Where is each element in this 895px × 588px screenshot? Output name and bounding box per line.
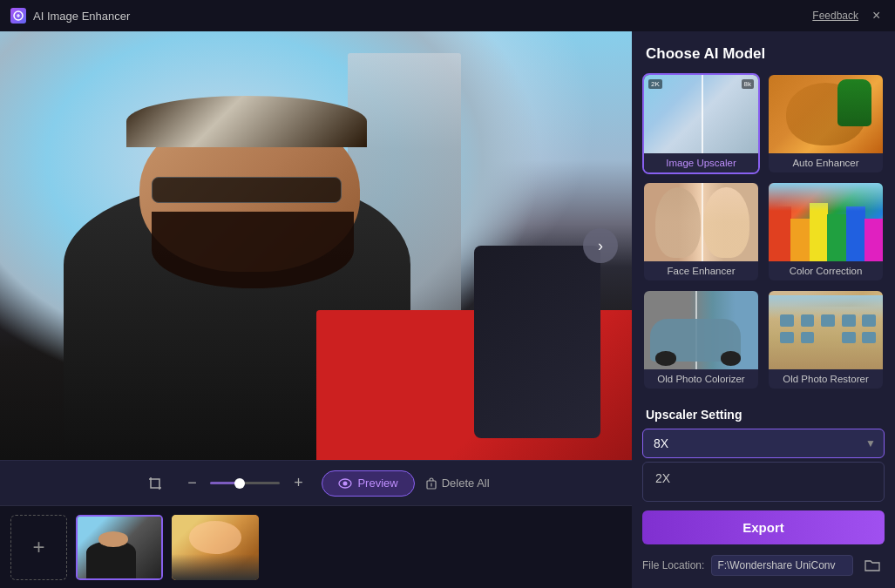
close-button[interactable]: × [872, 10, 885, 22]
model-old-photo-restorer-thumb [769, 291, 883, 369]
model-label-auto-enhancer: Auto Enhancer [769, 153, 883, 172]
svg-point-2 [343, 481, 348, 485]
image-viewport: › [0, 31, 632, 460]
model-label-face-enhancer: Face Enhancer [644, 261, 758, 280]
title-bar-left: AI Image Enhancer [10, 8, 130, 24]
model-color-correction-thumb [769, 183, 883, 261]
model-card-image-upscaler[interactable]: 2K 8k Image Upscaler [642, 73, 760, 174]
image-panel: › − + Preview [0, 31, 632, 588]
model-label-old-photo-restorer: Old Photo Restorer [769, 369, 883, 389]
upscaler-divider [702, 75, 703, 153]
model-image-upscaler-thumb: 2K 8k [644, 75, 758, 153]
dropdown-item-4x[interactable]: 4X [643, 494, 884, 502]
thumbnail-strip: + [0, 505, 632, 588]
upscaler-select[interactable]: 8X 2X 4X [642, 429, 885, 458]
toolbar: − + Preview Delete All [0, 460, 632, 505]
model-grid: 2K 8k Image Upscaler [632, 73, 895, 401]
thumbnail-2[interactable] [172, 515, 259, 580]
file-location-label: File Location: [642, 559, 704, 571]
model-label-old-photo-colorizer: Old Photo Colorizer [644, 369, 758, 389]
crop-icon-button[interactable] [142, 470, 168, 497]
right-panel: Choose AI Model 2K 8k Image Upscaler [632, 31, 895, 588]
model-card-color-correction[interactable]: Color Correction [767, 181, 885, 282]
preview-button[interactable]: Preview [322, 470, 414, 497]
upscaler-select-wrapper: 8X 2X 4X ▼ [642, 429, 885, 458]
model-card-old-photo-restorer[interactable]: Old Photo Restorer [767, 289, 885, 390]
zoom-out-button[interactable]: − [179, 470, 205, 497]
model-old-photo-colorizer-thumb [644, 291, 758, 369]
choose-model-title: Choose AI Model [632, 31, 895, 73]
model-auto-enhancer-thumb [769, 75, 883, 153]
app-icon [10, 8, 26, 24]
zoom-in-button[interactable]: + [285, 470, 311, 497]
title-bar-right: Feedback × [812, 10, 885, 22]
main-image [0, 31, 632, 460]
thumbnail-2-image [172, 515, 259, 580]
file-location-select[interactable]: F:\Wondershare UniConv [711, 555, 853, 576]
title-bar: AI Image Enhancer Feedback × [0, 0, 895, 31]
model-label-color-correction: Color Correction [769, 261, 883, 280]
model-card-old-photo-colorizer[interactable]: Old Photo Colorizer [642, 289, 760, 390]
model-face-enhancer-thumb [644, 183, 758, 261]
feedback-link[interactable]: Feedback [812, 10, 858, 22]
browse-folder-button[interactable] [860, 553, 885, 578]
add-image-button[interactable]: + [10, 515, 67, 580]
main-content: › − + Preview [0, 31, 895, 588]
delete-all-button[interactable]: Delete All [425, 476, 490, 490]
zoom-controls: − + [179, 470, 311, 497]
zoom-slider[interactable] [210, 482, 280, 484]
export-button[interactable]: Export [642, 510, 885, 544]
thumbnail-1[interactable] [76, 515, 163, 580]
model-label-image-upscaler: Image Upscaler [644, 153, 758, 172]
model-card-auto-enhancer[interactable]: Auto Enhancer [767, 73, 885, 174]
upscaler-setting-title: Upscaler Setting [632, 401, 895, 429]
upscaler-dropdown: 2X 4X 8X [642, 462, 885, 502]
model-card-face-enhancer[interactable]: Face Enhancer [642, 181, 760, 282]
app-title: AI Image Enhancer [33, 10, 130, 23]
badge-2k: 2K [648, 79, 662, 89]
next-arrow-button[interactable]: › [583, 228, 618, 263]
badge-8k: 8k [742, 79, 754, 89]
thumbnail-1-image [78, 517, 161, 578]
dropdown-item-2x[interactable]: 2X [643, 463, 884, 494]
file-location-row: File Location: F:\Wondershare UniConv [632, 544, 895, 588]
